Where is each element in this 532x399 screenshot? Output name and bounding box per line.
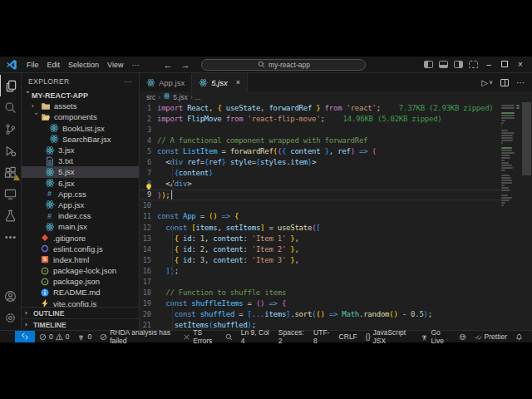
html-icon: 5: [39, 254, 50, 264]
code-line-20[interactable]: 20 const shuffled = [...items].sort(() =…: [140, 309, 501, 320]
run-button[interactable]: ▷∨: [481, 78, 493, 87]
ts-errors-status[interactable]: TS Errors: [179, 331, 221, 342]
code-line-8[interactable]: 8 </div>: [140, 179, 501, 190]
activity-more-icon[interactable]: [0, 226, 22, 248]
tree-item-index-html[interactable]: 5index.html: [22, 254, 139, 265]
activity-account-icon[interactable]: [0, 285, 22, 307]
problems-status[interactable]: 0 0: [35, 331, 73, 342]
code-line-15[interactable]: 15 { id: 3, content: 'Item 3' },: [140, 254, 501, 265]
minimize-button[interactable]: –: [484, 60, 494, 69]
activity-remote-explorer-icon[interactable]: [0, 183, 22, 204]
notifications-status[interactable]: [511, 331, 527, 342]
close-button[interactable]: ×: [515, 60, 525, 69]
menu-View[interactable]: View: [103, 59, 127, 71]
activity-settings-icon[interactable]: [0, 307, 22, 328]
tree-item-app-css[interactable]: #App.css: [22, 189, 139, 200]
code-line-5[interactable]: 5const ListItem = forwardRef(({ content …: [140, 145, 501, 156]
tree-item-readme-md[interactable]: README.md: [22, 287, 139, 298]
tab-5-jsx[interactable]: 5.jsx×: [192, 73, 248, 91]
section-outline[interactable]: ›OUTLINE: [22, 307, 139, 318]
code-line-10[interactable]: 10: [140, 200, 501, 211]
code-line-21[interactable]: 21 setItems(shuffled);: [140, 320, 501, 330]
toggle-secondary-sidebar-icon[interactable]: [454, 61, 463, 68]
code-line-12[interactable]: 12 const [items, setItems] = useState([: [140, 222, 501, 233]
tree-item-5-jsx[interactable]: 5.jsx: [22, 166, 139, 177]
encoding-status[interactable]: UTF-8: [309, 331, 335, 342]
code-line-17[interactable]: 17: [140, 277, 501, 288]
code-line-1[interactable]: 1import React, { useState, forwardRef } …: [140, 102, 501, 113]
indent-status[interactable]: Spaces: 2: [274, 331, 309, 342]
eol-status[interactable]: CRLF: [335, 331, 362, 342]
rhda-status[interactable]: RHDA analysis has failed: [96, 331, 179, 342]
file-tree: ›MY-REACT-APP›assets›componentsBookList.…: [22, 90, 139, 307]
code-line-14[interactable]: 14 { id: 2, content: 'Item 2' },: [140, 244, 501, 254]
tree-item-vite-config-js[interactable]: vite.config.js: [22, 298, 139, 307]
ports-status[interactable]: 0: [73, 331, 96, 342]
nav-forward-icon[interactable]: →: [180, 60, 190, 70]
tree-item-package-lock-json[interactable]: package-lock.json: [22, 265, 139, 276]
tree-item-package-json[interactable]: package.json: [22, 276, 139, 287]
tree-item--gitignore[interactable]: .gitignore: [22, 232, 139, 243]
toggle-panel-icon[interactable]: [439, 61, 448, 68]
restore-button[interactable]: [500, 60, 510, 69]
prettier-status[interactable]: Prettier: [470, 331, 511, 342]
menu-Selection[interactable]: Selection: [64, 59, 103, 71]
feedback-status[interactable]: [455, 331, 470, 342]
tab-close-icon[interactable]: ×: [236, 78, 240, 86]
customize-layout-icon[interactable]: [469, 61, 478, 68]
scrollbar-thumb[interactable]: [522, 102, 531, 175]
language-status[interactable]: {}JavaScript JSX: [362, 331, 417, 342]
command-center-search[interactable]: my-react-app: [201, 59, 366, 71]
menu-File[interactable]: File: [22, 59, 43, 71]
breadcrumb-file[interactable]: 5.jsx: [173, 93, 187, 101]
breadcrumb-symbol[interactable]: ...: [195, 93, 201, 101]
tree-item-index-css[interactable]: #index.css: [22, 210, 139, 221]
tree-item-eslint-config-js[interactable]: eslint.config.js: [22, 244, 139, 254]
lightbulb-icon[interactable]: [145, 180, 153, 189]
code-line-3[interactable]: 3: [140, 124, 501, 135]
line-col-status[interactable]: Ln 9, Col 4: [237, 331, 274, 342]
tree-item-6-jsx[interactable]: 6.jsx: [22, 178, 139, 189]
nav-back-icon[interactable]: ←: [163, 60, 172, 70]
tree-item-my-react-app[interactable]: ›MY-REACT-APP: [22, 90, 139, 101]
tree-item-components[interactable]: ›components: [22, 111, 139, 122]
activity-search-icon[interactable]: [0, 96, 22, 118]
code-line-16[interactable]: 16 ]);: [140, 265, 501, 276]
editor-more-icon[interactable]: ···: [516, 78, 525, 87]
vertical-scrollbar[interactable]: [521, 102, 532, 330]
split-editor-icon[interactable]: [500, 79, 509, 86]
menu-overflow[interactable]: ···: [127, 59, 143, 71]
breadcrumb[interactable]: src›5.jsx›...: [140, 91, 532, 102]
activity-testing-icon[interactable]: [0, 204, 22, 226]
code-line-13[interactable]: 13 { id: 1, content: 'Item 1' },: [140, 233, 501, 244]
search-status[interactable]: [221, 331, 237, 342]
breadcrumb-src[interactable]: src: [146, 93, 155, 101]
code-line-9[interactable]: 9));: [140, 190, 501, 200]
tree-item-app-jsx[interactable]: App.jsx: [22, 200, 139, 210]
tree-item-searchbar-jsx[interactable]: SearchBar.jsx: [22, 134, 139, 145]
go-live-status[interactable]: Go Live: [416, 331, 454, 342]
tab-app-jsx[interactable]: App.jsx: [140, 73, 192, 91]
code-line-7[interactable]: 7 {content}: [140, 168, 501, 179]
tree-item-3-txt[interactable]: 3.txt: [22, 155, 139, 166]
code-line-6[interactable]: 6 <div ref={ref} style={styles.item}>: [140, 156, 501, 167]
activity-run-debug-icon[interactable]: [0, 140, 22, 161]
tree-item-booklist-jsx[interactable]: BookList.jsx: [22, 123, 139, 134]
activity-explorer-icon[interactable]: [0, 75, 22, 96]
code-line-4[interactable]: 4// A functional component wrapped with …: [140, 135, 501, 145]
minimap[interactable]: [501, 102, 521, 330]
tree-item-main-jsx[interactable]: main.jsx: [22, 221, 139, 232]
remote-indicator[interactable]: [15, 331, 35, 342]
explorer-more-icon[interactable]: ···: [124, 77, 132, 86]
toggle-primary-sidebar-icon[interactable]: [424, 61, 433, 68]
code-line-11[interactable]: 11const App = () => {: [140, 211, 501, 222]
code-line-2[interactable]: 2import FlipMove from 'react-flip-move';…: [140, 113, 501, 124]
menu-Edit[interactable]: Edit: [43, 59, 65, 71]
code-editor[interactable]: 1import React, { useState, forwardRef } …: [140, 102, 501, 330]
activity-extensions-icon[interactable]: [0, 161, 22, 183]
code-line-18[interactable]: 18 // Function to shuffle items: [140, 288, 501, 298]
tree-item-3-jsx[interactable]: 3.jsx: [22, 145, 139, 155]
tree-item-assets[interactable]: ›assets: [22, 101, 139, 111]
code-line-19[interactable]: 19 const shuffleItems = () => {: [140, 298, 501, 309]
activity-source-control-icon[interactable]: [0, 118, 22, 140]
